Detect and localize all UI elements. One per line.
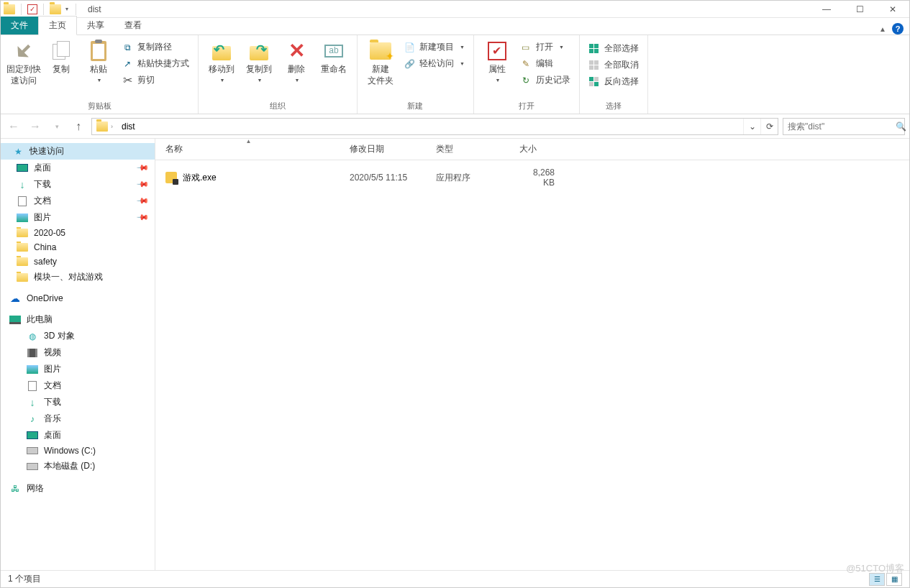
easy-access-icon: 🔗 [404,58,415,70]
paste-shortcut-button[interactable]: ↗粘贴快捷方式 [119,56,192,71]
sidebar-downloads[interactable]: ↓下载📌 [1,176,155,193]
document-icon [28,381,37,391]
status-bar: 1 个项目 ☰ ▦ [1,570,909,587]
qat-open-icon[interactable] [50,4,61,14]
new-folder-button[interactable]: 新建 文件夹 [362,37,399,86]
recent-dropdown-icon[interactable]: ▾ [48,118,65,135]
delete-button[interactable]: ✕ 删除▼ [278,37,315,83]
open-button[interactable]: ▭打开▼ [517,40,573,55]
copy-path-icon: ⧉ [122,42,133,53]
download-icon: ↓ [17,180,28,190]
copy-icon [53,41,70,61]
edit-icon: ✎ [520,58,532,70]
refresh-button[interactable]: ⟳ [760,119,778,134]
sidebar-folder-2020-05[interactable]: 2020-05 [1,226,155,240]
column-type[interactable]: 类型 [429,139,512,160]
up-button[interactable]: ↑ [70,118,87,135]
rename-icon: ab [324,45,343,58]
select-none-icon [588,60,600,71]
network-icon: 🖧 [9,484,21,494]
file-row[interactable]: 游戏.exe 2020/5/5 11:15 应用程序 8,268 KB [155,160,909,195]
qat-dropdown-icon[interactable]: ▾ [64,6,70,12]
properties-button[interactable]: 属性▼ [478,37,516,83]
select-all-button[interactable]: 全部选择 [586,41,642,56]
new-item-icon: 📄 [404,42,415,53]
maximize-button[interactable]: ☐ [843,1,876,18]
column-date[interactable]: 修改日期 [342,139,429,160]
sidebar-desktop[interactable]: 桌面📌 [1,160,155,176]
sidebar-documents[interactable]: 文档📌 [1,193,155,209]
easy-access-button[interactable]: 🔗轻松访问▼ [401,56,468,71]
music-icon: ♪ [27,414,38,424]
address-bar[interactable]: › dist ⌄ ⟳ [91,118,778,135]
tab-view[interactable]: 查看 [114,17,152,35]
sidebar-pictures2[interactable]: 图片 [1,361,155,377]
sidebar-3d-objects[interactable]: ◍3D 对象 [1,328,155,344]
drive-icon [27,447,38,454]
sidebar-music[interactable]: ♪音乐 [1,410,155,427]
sidebar-drive-c[interactable]: Windows (C:) [1,444,155,458]
sidebar-drive-d[interactable]: 本地磁盘 (D:) [1,458,155,474]
sidebar-quick-access[interactable]: ★快速访问 [1,143,155,160]
star-icon: ★ [12,147,24,157]
sidebar-network[interactable]: 🖧网络 [1,480,155,497]
move-to-button[interactable]: ↶ 移动到▼ [203,37,240,83]
sidebar-downloads2[interactable]: ↓下载 [1,394,155,410]
cut-icon: ✂ [122,75,133,86]
sidebar-desktop2[interactable]: 桌面 [1,427,155,444]
edit-button[interactable]: ✎编辑 [517,56,573,71]
help-icon[interactable]: ? [892,23,904,35]
video-icon [27,349,37,357]
address-folder-icon [96,121,108,132]
copy-button[interactable]: 复制 [42,37,80,75]
column-size[interactable]: 大小 [512,139,570,160]
tab-home[interactable]: 主页 [38,16,77,35]
column-name[interactable]: ▲名称 [155,139,342,160]
breadcrumb[interactable]: dist [122,121,135,132]
ribbon-tabs: 文件 主页 共享 查看 ▲ ? [1,18,909,35]
minimize-button[interactable]: ― [810,1,843,18]
search-input[interactable] [788,121,896,132]
delete-icon: ✕ [288,38,305,64]
file-type: 应用程序 [429,167,512,188]
collapse-ribbon-icon[interactable]: ▲ [879,25,886,33]
address-dropdown-icon[interactable]: ⌄ [743,119,760,134]
cut-button[interactable]: ✂剪切 [119,73,192,88]
paste-icon [91,41,106,61]
document-icon [18,196,27,206]
sidebar-onedrive[interactable]: ☁OneDrive [1,291,155,306]
history-button[interactable]: ↻历史记录 [517,73,573,88]
select-none-button[interactable]: 全部取消 [586,58,642,73]
pin-label: 固定到快 速访问 [6,64,41,86]
sidebar-folder-module1[interactable]: 模块一、对战游戏 [1,269,155,285]
view-icons-button[interactable]: ▦ [886,573,902,586]
sidebar-this-pc[interactable]: 此电脑 [1,311,155,328]
pin-icon: 📌 [135,194,149,208]
forward-button[interactable]: → [27,118,44,135]
rename-button[interactable]: ab 重命名 [315,37,352,75]
back-button[interactable]: ← [5,118,22,135]
new-item-button[interactable]: 📄新建项目▼ [401,40,468,55]
sidebar-folder-safety[interactable]: safety [1,254,155,269]
copy-path-button[interactable]: ⧉复制路径 [119,40,192,55]
paste-button[interactable]: 粘贴 ▼ [80,37,117,83]
sidebar-documents2[interactable]: 文档 [1,377,155,394]
sidebar-pictures[interactable]: 图片📌 [1,209,155,226]
close-button[interactable]: ✕ [876,1,909,18]
move-to-icon: ↶ [212,42,231,60]
copy-to-button[interactable]: ↷ 复制到▼ [240,37,278,83]
tab-file[interactable]: 文件 [1,17,38,35]
pin-to-quick-access-button[interactable]: 固定到快 速访问 [5,37,42,86]
navigation-bar: ← → ▾ ↑ › dist ⌄ ⟳ 🔍 [1,114,909,139]
invert-selection-button[interactable]: 反向选择 [586,74,642,89]
qat-properties-icon[interactable]: ✓ [27,4,37,14]
app-folder-icon [4,4,15,14]
download-icon: ↓ [27,398,38,408]
tab-share[interactable]: 共享 [77,17,114,35]
folder-icon [17,243,28,252]
search-box[interactable]: 🔍 [783,118,905,135]
open-icon: ▭ [520,42,532,53]
sidebar-videos[interactable]: 视频 [1,344,155,361]
sidebar-folder-china[interactable]: China [1,240,155,254]
view-details-button[interactable]: ☰ [869,573,885,586]
